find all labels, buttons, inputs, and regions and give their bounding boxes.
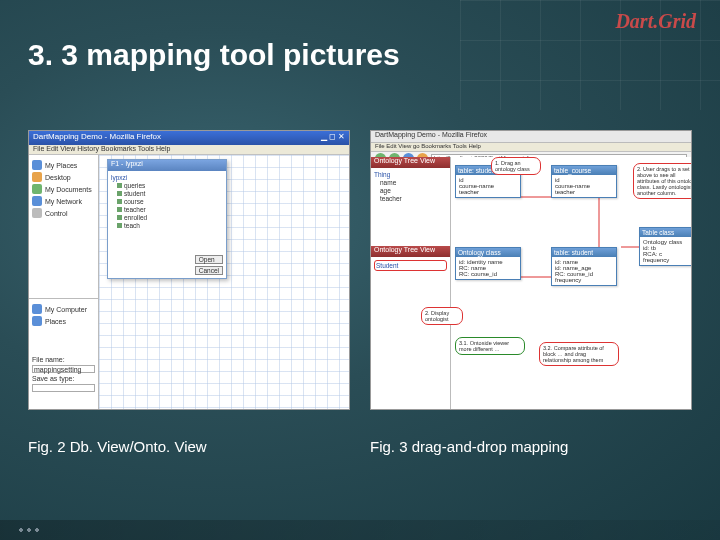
ontology-panel-header-2: Ontology Tree View xyxy=(371,246,450,257)
ontology-panel-header: Ontology Tree View xyxy=(371,157,450,168)
tree-item-label: teach xyxy=(124,222,140,229)
tree-item-label: enrolled xyxy=(124,214,147,221)
figure-2: DartMapping Demo - Mozilla Firefox ▁ ◻ ✕… xyxy=(28,130,350,455)
sidebar-item-label: My Computer xyxy=(45,306,87,313)
tree-item: student xyxy=(117,190,223,197)
tree-item: teacher xyxy=(117,206,223,213)
fig2-menubar: File Edit View History Bookmarks Tools H… xyxy=(29,145,349,155)
tree-item: enrolled xyxy=(117,214,223,221)
globe-icon xyxy=(32,316,42,326)
schema-row: frequency xyxy=(555,277,613,283)
fig3-canvas: table: student id course-name teacher ta… xyxy=(451,157,691,409)
ontology-item-label: name xyxy=(380,179,396,186)
open-button: Open xyxy=(195,255,223,264)
db-icon xyxy=(117,215,122,220)
sidebar-item-label: My Documents xyxy=(45,186,92,193)
ontology-item: age xyxy=(380,187,447,194)
fig2-sidebar: My Places Desktop My Documents My Networ… xyxy=(29,155,99,409)
form-label: Save as type: xyxy=(32,375,74,382)
slide-title: 3. 3 mapping tool pictures xyxy=(28,38,400,72)
ontology-item-label: teacher xyxy=(380,195,402,202)
tree-item-label: teacher xyxy=(124,206,146,213)
fig3-window-titlebar: DartMapping Demo - Mozilla Firefox xyxy=(371,131,691,143)
folder-icon xyxy=(32,160,42,170)
tree-root-label: lypxzi xyxy=(111,174,223,181)
db-icon xyxy=(117,183,122,188)
db-icon xyxy=(117,207,122,212)
fig2-screenshot: DartMapping Demo - Mozilla Firefox ▁ ◻ ✕… xyxy=(28,130,350,410)
callout-4: 3.1. Ontoside viewer more different … xyxy=(455,337,525,355)
tree-item-label: student xyxy=(124,190,145,197)
schema-box-header: Ontology class xyxy=(456,248,520,257)
filename-field: mappingsetting xyxy=(32,365,95,373)
schema-row: teacher xyxy=(555,189,613,195)
schema-box: table: student id: name id: name_age RC:… xyxy=(551,247,617,286)
ontology-group-highlighted: Student xyxy=(374,260,447,271)
savetype-field xyxy=(32,384,95,392)
schema-box-header: table_course xyxy=(552,166,616,175)
form-label: File name: xyxy=(32,356,65,363)
schema-box-header: table: student xyxy=(552,248,616,257)
folder-icon xyxy=(32,208,42,218)
ontology-group: Thing xyxy=(374,171,447,178)
fig2-tree-panel: F1 - lypxzi lypxzi queries student cours… xyxy=(107,159,227,279)
sidebar-item-label: My Places xyxy=(45,162,77,169)
brand-label: Dart.Grid xyxy=(615,10,696,33)
slide-footer-decoration xyxy=(0,520,720,540)
schema-box: Table class Ontology class id: tb RCA: c… xyxy=(639,227,692,266)
db-icon xyxy=(117,191,122,196)
db-icon xyxy=(117,223,122,228)
sidebar-item-label: Desktop xyxy=(45,174,71,181)
tree-item-label: queries xyxy=(124,182,145,189)
callout-5: 3.2. Compare attribute of block … and dr… xyxy=(539,342,619,366)
tree-item-label: course xyxy=(124,198,144,205)
schema-box: table_course id course-name teacher xyxy=(551,165,617,198)
tree-item: queries xyxy=(117,182,223,189)
callout-3: 2. Display ontologist xyxy=(421,307,463,325)
sidebar-item-label: Places xyxy=(45,318,66,325)
fig3-menubar: File Edit View go Bookmarks Tools Help xyxy=(371,143,691,152)
computer-icon xyxy=(32,304,42,314)
sidebar-item-label: My Network xyxy=(45,198,82,205)
schema-box-header: Table class xyxy=(640,228,692,237)
sidebar-item-label: Control xyxy=(45,210,68,217)
db-icon xyxy=(117,199,122,204)
folder-icon xyxy=(32,196,42,206)
folder-icon xyxy=(32,172,42,182)
tree-item: teach xyxy=(117,222,223,229)
cancel-button: Cancel xyxy=(195,266,223,275)
fig3-screenshot: DartMapping Demo - Mozilla Firefox File … xyxy=(370,130,692,410)
folder-icon xyxy=(32,184,42,194)
figures-row: DartMapping Demo - Mozilla Firefox ▁ ◻ ✕… xyxy=(28,130,692,455)
tree-item: course xyxy=(117,198,223,205)
fig2-window-title: DartMapping Demo - Mozilla Firefox xyxy=(33,132,161,144)
fig3-ontology-panel: Ontology Tree View Thing name age teache… xyxy=(371,157,451,409)
fig2-window-titlebar: DartMapping Demo - Mozilla Firefox ▁ ◻ ✕ xyxy=(29,131,349,145)
schema-row: teacher xyxy=(459,189,517,195)
schema-row: RC: course_id xyxy=(459,271,517,277)
fig3-caption: Fig. 3 drag-and-drop mapping xyxy=(370,438,692,455)
schema-box: Ontology class id: identity name RC: nam… xyxy=(455,247,521,280)
ontology-item-label: age xyxy=(380,187,391,194)
fig2-caption: Fig. 2 Db. View/Onto. View xyxy=(28,438,350,455)
callout-1: 1. Drag an ontology class xyxy=(491,157,541,175)
fig2-panel-header: F1 - lypxzi xyxy=(108,160,226,171)
schema-row: frequency xyxy=(643,257,692,263)
ontology-item: name xyxy=(380,179,447,186)
window-controls-icon: ▁ ◻ ✕ xyxy=(321,132,345,144)
figure-3: DartMapping Demo - Mozilla Firefox File … xyxy=(370,130,692,455)
ontology-item: teacher xyxy=(380,195,447,202)
callout-2: 2. User drags to a set above to see all … xyxy=(633,163,692,199)
